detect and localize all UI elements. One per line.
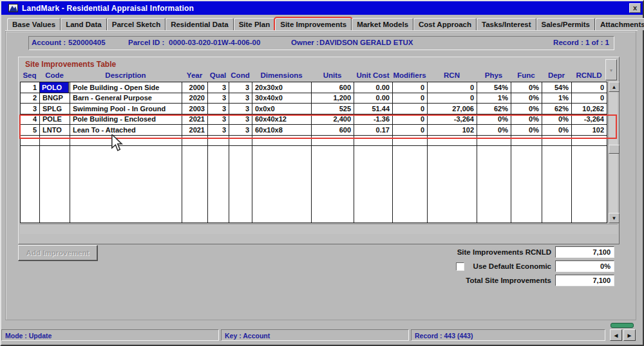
table-cell: 3 (208, 125, 229, 136)
tab-strip-divider (5, 30, 638, 32)
account-label: Account : (32, 39, 66, 46)
table-cell: 60x40x12 (252, 114, 312, 125)
site-improvements-panel: Site Improvements Table ▾ Seq Code Descr… (18, 57, 620, 244)
app-icon (8, 4, 18, 12)
tab-base-values[interactable]: Base Values (7, 18, 61, 30)
tab-cost-approach[interactable]: Cost Approach (413, 18, 477, 30)
status-mode: Mode : Update (1, 329, 219, 341)
table-cell: 0 (393, 125, 428, 136)
combobox-value[interactable]: POLO (40, 82, 70, 93)
horizontal-scrollbar[interactable] (20, 224, 618, 234)
rcnld-label: Site Improvements RCNLD (390, 248, 551, 256)
vertical-scrollbar[interactable]: ▲ ▼ (608, 82, 618, 223)
table-cell: 2021 (182, 125, 208, 136)
tab-attachments[interactable]: Attachments (595, 18, 644, 30)
table-cell: 54% (477, 82, 511, 93)
table-cell: 0 (393, 93, 428, 104)
scroll-up-button[interactable]: ▲ (609, 82, 620, 92)
table-cell: 3 (229, 104, 252, 114)
table-cell: SPLG (40, 104, 70, 114)
table-cell: 0 (428, 93, 477, 104)
tab-sales-permits[interactable]: Sales/Permits (536, 18, 595, 30)
table-header-row: Seq Code Description Year Qual Cond Dime… (20, 70, 618, 82)
rcnld-field[interactable]: 7,100 (555, 246, 614, 258)
table-row[interactable]: 2 BNGP Barn - General Purpose 2020 3 3 3… (21, 93, 607, 104)
table-cell: 20x30x0 (252, 82, 312, 93)
table-cell: 0 (393, 114, 428, 125)
table-cell: BNGP (40, 93, 70, 104)
table-cell: 0% (477, 114, 511, 125)
tab-parcel-sketch[interactable]: Parcel Sketch (107, 18, 166, 30)
economic-field[interactable]: 0% (555, 260, 614, 272)
table-cell: 525 (312, 104, 354, 114)
table-cell: LNTO (40, 125, 70, 136)
account-value: 520000405 (68, 39, 106, 46)
site-improvements-table: 1 POLO ▼ Pole Building - Open Side 2000 … (20, 82, 607, 223)
table-cell: 0 (393, 82, 428, 93)
panel-title: Site Improvements Table (20, 59, 618, 70)
table-cell: 2000 (182, 82, 208, 93)
combobox-dropdown-button[interactable]: ▼ (69, 82, 70, 93)
close-button[interactable]: x (629, 3, 641, 13)
record-indicator: Record : 1 of : 1 (553, 39, 609, 46)
column-header-cond: Cond (229, 70, 252, 82)
parcel-id-label: Parcel ID : (128, 39, 164, 46)
table-cell: 1 (21, 82, 40, 93)
table-cell: 0% (511, 82, 542, 93)
table-cell: 102 (428, 125, 477, 136)
table-cell: 0.00 (354, 93, 393, 104)
table-cell: 0.17 (354, 125, 393, 136)
table-cell: POLE (40, 114, 70, 125)
column-header-year: Year (182, 70, 207, 82)
arrow-right-icon: ► (627, 332, 633, 339)
table-cell: 1% (542, 93, 572, 104)
table-cell: Pole Building - Enclosed (70, 114, 182, 125)
economic-label: Use Default Economic (390, 262, 551, 270)
code-combobox[interactable]: POLO ▼ (40, 82, 70, 93)
add-improvement-button[interactable]: Add Improvement (18, 245, 98, 261)
table-cell: 2003 (182, 104, 208, 114)
table-row-empty[interactable] (21, 135, 607, 146)
table-cell: 0% (477, 125, 511, 136)
tab-residential-data[interactable]: Residential Data (166, 18, 233, 30)
table-cell: 2,400 (312, 114, 354, 125)
table-cell: 102 (572, 125, 607, 136)
table-cell: 600 (312, 82, 354, 93)
column-header-depr: Depr (542, 70, 571, 82)
table-row[interactable]: 4 POLE Pole Building - Enclosed 2021 3 3… (21, 114, 607, 125)
tab-site-plan[interactable]: Site Plan (234, 18, 276, 30)
scrollbar-thumb[interactable] (609, 145, 620, 154)
table-row[interactable]: 5 LNTO Lean To - Attached 2021 3 3 60x10… (21, 125, 607, 136)
table-filler-area (21, 146, 607, 223)
tab-land-data[interactable]: Land Data (61, 18, 107, 30)
tab-market-models[interactable]: Market Models (352, 18, 413, 30)
table-cell: 0.00 (354, 82, 393, 93)
status-key: Key : Account (221, 329, 409, 341)
table-row[interactable]: 1 POLO ▼ Pole Building - Open Side 2000 … (21, 82, 607, 93)
total-field[interactable]: 7,100 (555, 275, 614, 286)
table-cell: -3,264 (428, 114, 477, 125)
title-bar: LandMark - Residential Appraisal Informa… (1, 1, 643, 15)
table-cell: 3 (229, 125, 252, 136)
table-cell: 1% (477, 93, 511, 104)
tab-bar: Base Values Land Data Parcel Sketch Resi… (7, 17, 644, 30)
table-cell: Pole Building - Open Side (70, 82, 182, 93)
table-cell: 10,262 (572, 104, 607, 114)
tab-site-improvements[interactable]: Site Improvements (275, 18, 352, 30)
table-cell: 0 (428, 82, 477, 93)
table-cell: 3 (21, 104, 40, 114)
tab-tasks-interest[interactable]: Tasks/Interest (477, 18, 536, 30)
next-record-button[interactable]: ► (623, 329, 636, 341)
column-header-description: Description (70, 70, 182, 82)
prev-record-button[interactable]: ◄ (610, 329, 622, 341)
column-header-phys: Phys (477, 70, 511, 82)
table-cell: Swimming Pool - In Ground (70, 104, 182, 114)
scroll-down-button[interactable]: ▼ (609, 213, 620, 223)
table-cell: 62% (542, 104, 572, 114)
table-row[interactable]: 3 SPLG Swimming Pool - In Ground 2003 3 … (21, 104, 607, 114)
owner-label: Owner : (291, 39, 319, 46)
table-cell: 62% (477, 104, 511, 114)
table-cell: 0 (393, 104, 428, 114)
table-cell: 1,200 (312, 93, 354, 104)
panel-corner-button[interactable]: ▾ (605, 59, 617, 80)
